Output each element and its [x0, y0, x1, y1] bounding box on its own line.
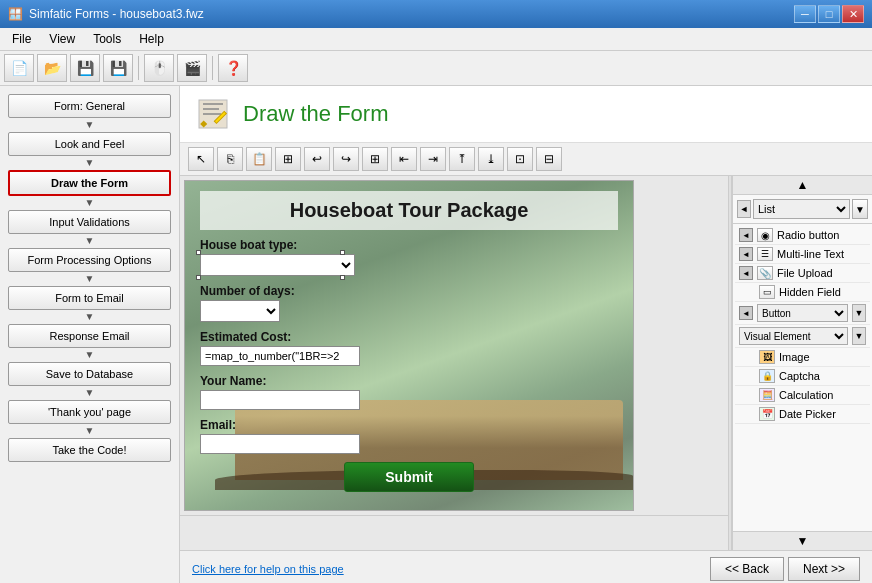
file-upload-arrow[interactable]: ◄ [739, 266, 753, 280]
page-title: Draw the Form [243, 101, 388, 127]
sidebar-arrow-3: ▼ [8, 198, 171, 208]
canvas-cursor-tool[interactable]: ↖ [188, 147, 214, 171]
canvas-undo-tool[interactable]: ↩ [304, 147, 330, 171]
panel-item-calculation[interactable]: 🧮 Calculation [735, 386, 870, 405]
captcha-label: Captcha [779, 370, 820, 382]
field-group-estimated-cost: Estimated Cost: [200, 330, 618, 366]
canvas-size-same-tool[interactable]: ⊡ [507, 147, 533, 171]
app-icon: 🪟 [8, 7, 23, 21]
menu-help[interactable]: Help [131, 30, 172, 48]
canvas-align-bottom-tool[interactable]: ⤓ [478, 147, 504, 171]
field-label-house-boat-type: House boat type: [200, 238, 618, 252]
menu-file[interactable]: File [4, 30, 39, 48]
submit-button[interactable]: Submit [344, 462, 473, 492]
cursor-button[interactable]: 🖱️ [144, 54, 174, 82]
sidebar-item-save-to-database[interactable]: Save to Database [8, 362, 171, 386]
panel-item-date-picker[interactable]: 📅 Date Picker [735, 405, 870, 424]
sidebar-arrow-9: ▼ [8, 426, 171, 436]
film-button[interactable]: 🎬 [177, 54, 207, 82]
handle-br [340, 275, 345, 280]
sidebar-arrow-8: ▼ [8, 388, 171, 398]
canvas-align-left-tool[interactable]: ⇤ [391, 147, 417, 171]
new-button[interactable]: 📄 [4, 54, 34, 82]
multi-line-arrow[interactable]: ◄ [739, 247, 753, 261]
file-upload-icon: 📎 [757, 266, 773, 280]
canvas-align-right-tool[interactable]: ⇥ [420, 147, 446, 171]
save-button[interactable]: 💾 [70, 54, 100, 82]
panel-item-multi-line-text[interactable]: ◄ ☰ Multi-line Text [735, 245, 870, 264]
sidebar-item-form-general[interactable]: Form: General [8, 94, 171, 118]
sidebar-item-form-to-email[interactable]: Form to Email [8, 286, 171, 310]
multi-line-label: Multi-line Text [777, 248, 844, 260]
canvas-something-tool[interactable]: ⊞ [275, 147, 301, 171]
number-of-days-select[interactable] [200, 300, 280, 322]
menu-tools[interactable]: Tools [85, 30, 129, 48]
canvas-grid-tool[interactable]: ⊞ [362, 147, 388, 171]
maximize-button[interactable]: □ [818, 5, 840, 23]
canvas-copy-tool[interactable]: ⎘ [217, 147, 243, 171]
sidebar-item-form-processing-options[interactable]: Form Processing Options [8, 248, 171, 272]
sidebar-item-look-and-feel[interactable]: Look and Feel [8, 132, 171, 156]
right-panel-dropdown-arrow[interactable]: ▼ [852, 199, 868, 219]
field-label-your-name: Your Name: [200, 374, 618, 388]
right-panel-scroll-up[interactable]: ▲ [733, 176, 872, 195]
email-input[interactable] [200, 434, 360, 454]
button-item-arrow[interactable]: ◄ [739, 306, 753, 320]
hidden-field-icon: ▭ [759, 285, 775, 299]
estimated-cost-input[interactable] [200, 346, 360, 366]
field-label-number-of-days: Number of days: [200, 284, 618, 298]
form-canvas[interactable]: Houseboat Tour Package House boat type: [180, 176, 728, 550]
captcha-spacer [739, 369, 755, 383]
close-button[interactable]: ✕ [842, 5, 864, 23]
radio-button-arrow[interactable]: ◄ [739, 228, 753, 242]
sidebar-item-response-email[interactable]: Response Email [8, 324, 171, 348]
visual-element-dropdown-arrow[interactable]: ▼ [852, 327, 866, 345]
visual-element-select[interactable]: Visual Element [739, 327, 848, 345]
right-panel-type-select[interactable]: List [753, 199, 850, 219]
menu-view[interactable]: View [41, 30, 83, 48]
calculation-icon: 🧮 [759, 388, 775, 402]
multi-line-icon: ☰ [757, 247, 773, 261]
panel-item-image[interactable]: 🖼 Image [735, 348, 870, 367]
field-group-house-boat-type: House boat type: [200, 238, 618, 276]
sidebar-item-input-validations[interactable]: Input Validations [8, 210, 171, 234]
image-label: Image [779, 351, 810, 363]
right-panel-collapse-button[interactable]: ◄ [737, 200, 751, 218]
calculation-spacer [739, 388, 755, 402]
canvas-hscroll[interactable] [180, 515, 728, 529]
button-type-select[interactable]: Button [757, 304, 848, 322]
canvas-distribute-tool[interactable]: ⊟ [536, 147, 562, 171]
field-label-email: Email: [200, 418, 618, 432]
sidebar-item-draw-the-form[interactable]: Draw the Form [8, 170, 171, 196]
house-boat-type-select[interactable] [200, 254, 355, 276]
sidebar-item-thank-you-page[interactable]: 'Thank you' page [8, 400, 171, 424]
back-button[interactable]: << Back [710, 557, 784, 581]
sidebar-item-take-the-code[interactable]: Take the Code! [8, 438, 171, 462]
panel-item-hidden-field[interactable]: ▭ Hidden Field [735, 283, 870, 302]
panel-item-visual-element[interactable]: Visual Element ▼ [735, 325, 870, 348]
hidden-field-spacer [739, 285, 755, 299]
your-name-input[interactable] [200, 390, 360, 410]
help-button[interactable]: ❓ [218, 54, 248, 82]
work-area: Houseboat Tour Package House boat type: [180, 176, 872, 550]
panel-item-captcha[interactable]: 🔒 Captcha [735, 367, 870, 386]
hidden-field-label: Hidden Field [779, 286, 841, 298]
save-as-button[interactable]: 💾 [103, 54, 133, 82]
radio-button-label: Radio button [777, 229, 839, 241]
panel-item-radio-button[interactable]: ◄ ◉ Radio button [735, 226, 870, 245]
form-preview: Houseboat Tour Package House boat type: [184, 180, 634, 511]
canvas-paste-tool[interactable]: 📋 [246, 147, 272, 171]
next-button[interactable]: Next >> [788, 557, 860, 581]
sidebar-arrow-7: ▼ [8, 350, 171, 360]
minimize-button[interactable]: ─ [794, 5, 816, 23]
panel-item-button[interactable]: ◄ Button ▼ [735, 302, 870, 325]
panel-item-file-upload[interactable]: ◄ 📎 File Upload [735, 264, 870, 283]
canvas-redo-tool[interactable]: ↪ [333, 147, 359, 171]
right-panel-dropdown-wrap: ◄ List ▼ [733, 195, 872, 224]
field-select-wrap-house-boat-type [200, 254, 618, 276]
button-dropdown-arrow[interactable]: ▼ [852, 304, 866, 322]
open-button[interactable]: 📂 [37, 54, 67, 82]
right-panel-scroll-down[interactable]: ▼ [733, 531, 872, 550]
help-link[interactable]: Click here for help on this page [192, 563, 344, 575]
canvas-align-top-tool[interactable]: ⤒ [449, 147, 475, 171]
